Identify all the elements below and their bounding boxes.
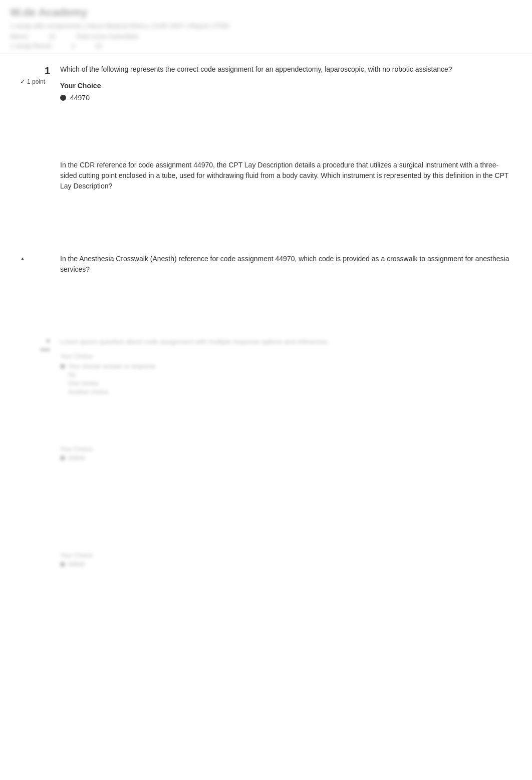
blurred-question-4: ■ ■■■ Lorem ipsum question about code as… bbox=[20, 337, 512, 396]
gap-5 bbox=[20, 472, 512, 512]
blurred-bullet-5 bbox=[60, 456, 65, 461]
blurred-q4-num: ■ bbox=[20, 337, 50, 344]
header: W.de Academy 1 study with components | A… bbox=[0, 0, 532, 54]
triangle-icon: ▲ bbox=[20, 256, 25, 261]
question-1-choice-item: 44970 bbox=[60, 94, 512, 102]
meta-score2: 2 bbox=[71, 42, 75, 50]
blurred-q4-label: Your Choice bbox=[60, 353, 512, 360]
question-1-text: Which of the following represents the co… bbox=[60, 64, 512, 75]
question-3-score: ▲ bbox=[20, 256, 50, 261]
meta-score3: 10 bbox=[95, 42, 102, 50]
blurred-q4-answer-text-4: Another choice bbox=[68, 388, 108, 396]
question-1-score: ✓ 1 point bbox=[20, 78, 50, 85]
gap-6 bbox=[20, 512, 512, 552]
blurred-q4-answer-text-3: One review bbox=[68, 380, 99, 387]
question-1-number: 1 bbox=[20, 65, 50, 77]
blurred-answer-6: Your Choice 00840 bbox=[20, 552, 512, 568]
header-subtitle: 1 study with components | About Medical … bbox=[10, 22, 522, 30]
question-1: 1 ✓ 1 point Which of the following repre… bbox=[20, 64, 512, 105]
blurred-q4-answer-text-2: No bbox=[68, 371, 76, 378]
gap-4 bbox=[20, 406, 512, 446]
gap-3 bbox=[20, 297, 512, 337]
question-3-text: In the Anesthesia Crosswalk (Anesth) ref… bbox=[60, 254, 512, 275]
choice-bullet bbox=[60, 95, 66, 101]
question-3-body: In the Anesthesia Crosswalk (Anesth) ref… bbox=[60, 254, 512, 282]
question-2-body: In the CDR reference for code assignment… bbox=[60, 160, 512, 199]
check-icon: ✓ bbox=[20, 78, 26, 85]
blurred-q4-score: ■■■ bbox=[20, 346, 50, 352]
blurred-q4-answer-2: No bbox=[60, 371, 512, 378]
blurred-ans6-label: Your Choice bbox=[60, 552, 512, 559]
blurred-q4-text: Lorem ipsum question about code assignme… bbox=[60, 337, 512, 347]
blurred-ans5-item: 00840 bbox=[60, 455, 512, 462]
blurred-ans5-value: 00840 bbox=[68, 455, 85, 462]
meta-number: 10 bbox=[48, 33, 55, 40]
blurred-ans5-label: Your Choice bbox=[60, 446, 512, 453]
question-1-score-label: 1 point bbox=[27, 78, 45, 85]
gap-2 bbox=[20, 214, 512, 254]
blurred-q4-answers: Your chosen answer or response No One re… bbox=[60, 363, 512, 396]
question-3: ▲ In the Anesthesia Crosswalk (Anesth) r… bbox=[20, 254, 512, 282]
blurred-ans6-item: 00840 bbox=[60, 561, 512, 568]
gap-1 bbox=[20, 120, 512, 160]
question-3-number-col: ▲ bbox=[20, 254, 60, 282]
meta-memo: Memo bbox=[10, 33, 28, 40]
question-1-choice-text: 44970 bbox=[70, 94, 90, 102]
blurred-bullet-1 bbox=[60, 364, 65, 369]
question-1-number-col: 1 ✓ 1 point bbox=[20, 64, 60, 105]
main-content: 1 ✓ 1 point Which of the following repre… bbox=[0, 54, 532, 588]
header-meta-row1: Memo 10 Total score Submitted bbox=[10, 33, 522, 40]
question-1-body: Which of the following represents the co… bbox=[60, 64, 512, 105]
question-2: In the CDR reference for code assignment… bbox=[20, 160, 512, 199]
blurred-bullet-6 bbox=[60, 562, 65, 567]
app-title: W.de Academy bbox=[10, 6, 522, 19]
blurred-ans6-value: 00840 bbox=[68, 561, 85, 568]
blurred-q4-answer-3: One review bbox=[60, 380, 512, 387]
question-2-number-col bbox=[20, 160, 60, 199]
blurred-q4-answer-text-1: Your chosen answer or response bbox=[68, 363, 156, 370]
blurred-q4-answer-4: Another choice bbox=[60, 388, 512, 396]
your-choice-label: Your Choice bbox=[60, 82, 512, 90]
header-meta-row2: 1 study Result 2 10 bbox=[10, 42, 522, 50]
blurred-answer-5: Your Choice 00840 bbox=[20, 446, 512, 462]
meta-score-status: Total score Submitted bbox=[76, 33, 138, 40]
blurred-q4-answer-1: Your chosen answer or response bbox=[60, 363, 512, 370]
question-2-text: In the CDR reference for code assignment… bbox=[60, 160, 512, 191]
meta-result: 1 study Result bbox=[10, 42, 51, 50]
